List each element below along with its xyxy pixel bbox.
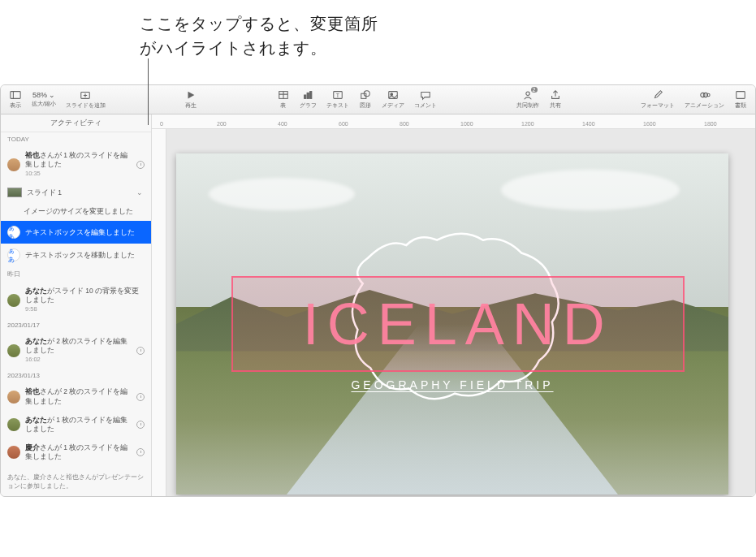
avatar	[7, 344, 20, 357]
activity-item[interactable]: 裕也さんが 1 枚のスライドを編集しました10:35	[1, 146, 151, 183]
clock-icon	[136, 161, 145, 169]
avatar	[7, 446, 20, 459]
text-button[interactable]: T テキスト	[323, 89, 352, 110]
svg-point-17	[391, 93, 393, 96]
collaborate-button[interactable]: 2 共同制作	[513, 89, 542, 110]
animation-button[interactable]: アニメーション	[681, 89, 728, 110]
svg-point-18	[525, 92, 529, 95]
section-today: TODAY	[1, 132, 151, 146]
slide-canvas[interactable]: ICELAND GEOGRAPHY FIELD TRIP	[152, 129, 755, 496]
clock-icon	[136, 448, 145, 456]
share-icon	[549, 89, 562, 101]
svg-rect-16	[389, 92, 398, 99]
view-button[interactable]: 表示	[6, 89, 25, 110]
activity-item[interactable]: あなたがスライド 10 の背景を変更しました9:58	[1, 282, 151, 318]
callout-annotation: ここをタップすると、変更箇所 がハイライトされます。	[140, 11, 378, 60]
slide-group[interactable]: スライド 1 ⌄	[1, 183, 151, 202]
activity-item[interactable]: 慶介さんが 1 枚のスライドを編集しました	[1, 438, 151, 466]
document-icon	[734, 89, 747, 101]
chevron-down-icon: ⌄	[49, 91, 55, 99]
activity-item[interactable]: 裕也さんが 2 枚のスライドを編集しました	[1, 382, 151, 410]
plus-icon	[79, 89, 92, 101]
avatar	[7, 158, 20, 171]
avatar	[7, 294, 20, 307]
app-window: 表示 58%⌄ 拡大/縮小 スライドを追加 再生 表 グラフ T テキスト	[0, 84, 756, 497]
sidebar-icon	[9, 89, 22, 101]
slide-title: ICELAND	[303, 291, 613, 357]
text-badge-icon: ぁあ	[7, 226, 20, 239]
shape-button[interactable]: 図形	[356, 89, 375, 110]
avatar	[7, 391, 20, 404]
slide-subtitle[interactable]: GEOGRAPHY FIELD TRIP	[176, 378, 728, 391]
canvas-area: 0 200 400 600 800 1000 1200 1400 1600 18…	[152, 114, 755, 496]
activity-item[interactable]: あなたが 1 枚のスライドを編集しました	[1, 411, 151, 438]
svg-rect-9	[305, 95, 306, 98]
sidebar-title: アクティビティ	[1, 114, 151, 132]
play-icon	[184, 89, 197, 101]
svg-rect-0	[11, 92, 20, 99]
format-button[interactable]: フォーマット	[637, 89, 678, 110]
slide[interactable]: ICELAND GEOGRAPHY FIELD TRIP	[176, 153, 728, 494]
clock-icon	[136, 421, 145, 429]
document-button[interactable]: 書類	[731, 89, 750, 110]
activity-sub-item[interactable]: イメージのサイズを変更しました	[1, 202, 151, 221]
chart-button[interactable]: グラフ	[296, 89, 320, 110]
activity-item-selected[interactable]: ぁあ テキストボックスを編集しました	[1, 221, 151, 244]
collab-badge: 2	[531, 87, 538, 93]
ruler-vertical	[152, 129, 166, 496]
clock-icon	[136, 347, 145, 355]
section-date2: 2023/01/13	[1, 369, 151, 382]
animation-icon	[698, 89, 711, 101]
shape-icon	[359, 89, 372, 101]
activity-item[interactable]: ぁあ テキストボックスを移動しました	[1, 244, 151, 266]
table-button[interactable]: 表	[274, 89, 293, 110]
brush-icon	[651, 89, 664, 101]
add-slide-button[interactable]: スライドを追加	[63, 89, 109, 110]
chart-icon	[301, 89, 314, 101]
play-button[interactable]: 再生	[181, 89, 201, 110]
text-badge-icon: ぁあ	[7, 248, 20, 261]
ruler-horizontal: 0 200 400 600 800 1000 1200 1400 1600 18…	[152, 114, 755, 129]
chevron-down-icon[interactable]: ⌄	[136, 188, 145, 196]
activity-item[interactable]: あなたが 2 枚のスライドを編集しました16:02	[1, 332, 151, 369]
toolbar: 表示 58%⌄ 拡大/縮小 スライドを追加 再生 表 グラフ T テキスト	[1, 85, 755, 114]
callout-line	[148, 58, 149, 125]
section-yesterday: 昨日	[1, 266, 151, 282]
svg-rect-10	[308, 93, 309, 98]
activity-sidebar: アクティビティ TODAY 裕也さんが 1 枚のスライドを編集しました10:35…	[1, 114, 152, 496]
section-date1: 2023/01/17	[1, 318, 151, 332]
media-icon	[387, 89, 400, 101]
comment-icon	[419, 89, 432, 101]
text-icon: T	[331, 89, 344, 101]
svg-rect-22	[737, 92, 745, 99]
clock-icon	[136, 393, 145, 401]
comment-button[interactable]: コメント	[411, 89, 440, 110]
media-button[interactable]: メディア	[378, 89, 408, 110]
title-text-box[interactable]: ICELAND	[231, 276, 685, 372]
share-button[interactable]: 共有	[546, 89, 565, 110]
people-icon: 2	[521, 89, 534, 101]
svg-text:T: T	[336, 93, 340, 98]
avatar	[7, 418, 20, 431]
sidebar-footer: あなた、慶介さんと裕也さんがプレゼンテーションに参加しました。	[1, 466, 151, 496]
slide-thumbnail	[7, 188, 22, 197]
table-icon	[277, 89, 290, 101]
svg-marker-5	[188, 92, 195, 99]
zoom-control[interactable]: 58%⌄ 拡大/縮小	[28, 91, 59, 108]
svg-rect-11	[310, 92, 312, 99]
